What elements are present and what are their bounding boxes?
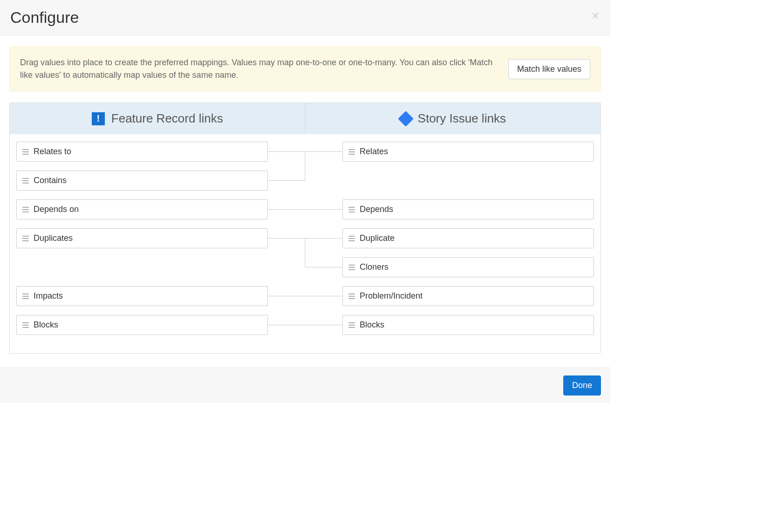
item-label: Blocks [360, 320, 384, 330]
mapping-slot: Cloners [342, 257, 594, 279]
drag-handle-icon [22, 149, 29, 155]
drag-handle-icon [348, 322, 355, 328]
left-column: Relates toContainsDepends onDuplicatesIm… [16, 142, 305, 344]
info-alert: Drag values into place to create the pre… [9, 47, 601, 91]
close-button[interactable]: × [590, 7, 601, 24]
mapping-slot [342, 171, 594, 192]
mapping-slot: Blocks [16, 315, 268, 336]
drag-handle-icon [348, 265, 355, 270]
left-item[interactable]: Depends on [16, 199, 268, 219]
drag-handle-icon [348, 236, 355, 241]
right-column-header: Story Issue links [305, 103, 601, 134]
drag-handle-icon [22, 207, 29, 212]
drag-handle-icon [348, 149, 355, 155]
right-item[interactable]: Depends [342, 199, 594, 219]
mapping-slot: Depends [342, 199, 594, 221]
mapping-body: Relates toContainsDepends onDuplicatesIm… [10, 134, 601, 353]
drag-handle-icon [22, 293, 29, 299]
drag-handle-icon [348, 293, 355, 299]
mapping-slot: Blocks [342, 315, 594, 336]
drag-handle-icon [22, 178, 29, 184]
mapping-slot: Problem/Incident [342, 286, 594, 307]
modal-body: Drag values into place to create the pre… [0, 35, 610, 368]
match-like-values-button[interactable]: Match like values [508, 59, 590, 79]
item-label: Relates [360, 147, 388, 157]
item-label: Cloners [360, 262, 389, 272]
item-label: Problem/Incident [360, 291, 423, 301]
mapping-slot: Impacts [16, 286, 268, 307]
modal-header: Configure × [0, 0, 610, 35]
left-item[interactable]: Relates to [16, 142, 268, 162]
right-column-title: Story Issue links [418, 111, 506, 126]
left-item[interactable]: Duplicates [16, 228, 268, 248]
left-item[interactable]: Blocks [16, 315, 268, 335]
mapping-slot: Relates to [16, 142, 268, 163]
left-item[interactable]: Impacts [16, 286, 268, 306]
mapping-slot: Duplicate [342, 228, 594, 250]
right-column: RelatesDependsDuplicateClonersProblem/In… [305, 142, 594, 344]
done-button[interactable]: Done [563, 375, 601, 396]
mapping-headers: ! Feature Record links Story Issue links [10, 103, 601, 134]
item-label: Duplicates [34, 233, 73, 243]
item-label: Relates to [34, 147, 71, 157]
jira-icon [398, 111, 414, 127]
mapping-grid: Relates toContainsDepends onDuplicatesIm… [16, 142, 594, 344]
right-item[interactable]: Cloners [342, 257, 594, 277]
right-item[interactable]: Blocks [342, 315, 594, 335]
left-column-header: ! Feature Record links [10, 103, 305, 134]
drag-handle-icon [22, 236, 29, 241]
mapping-panel: ! Feature Record links Story Issue links… [9, 102, 601, 354]
right-item[interactable]: Relates [342, 142, 594, 162]
left-item[interactable]: Contains [16, 171, 268, 191]
item-label: Blocks [34, 320, 58, 330]
item-label: Duplicate [360, 233, 395, 243]
mapping-slot: Relates [342, 142, 594, 163]
mapping-slot [16, 257, 268, 279]
right-item[interactable]: Duplicate [342, 228, 594, 248]
modal-footer: Done [0, 368, 610, 403]
item-label: Depends [360, 205, 393, 214]
right-item[interactable]: Problem/Incident [342, 286, 594, 306]
item-label: Contains [34, 176, 67, 185]
alert-text: Drag values into place to create the pre… [20, 56, 497, 82]
item-label: Impacts [34, 291, 63, 301]
mapping-slot: Duplicates [16, 228, 268, 250]
drag-handle-icon [22, 322, 29, 328]
mapping-slot: Contains [16, 171, 268, 192]
modal-title: Configure [10, 8, 600, 27]
drag-handle-icon [348, 207, 355, 212]
mapping-slot: Depends on [16, 199, 268, 221]
item-label: Depends on [34, 205, 79, 214]
close-icon: × [592, 8, 599, 23]
aha-icon: ! [92, 112, 105, 125]
left-column-title: Feature Record links [111, 111, 223, 126]
